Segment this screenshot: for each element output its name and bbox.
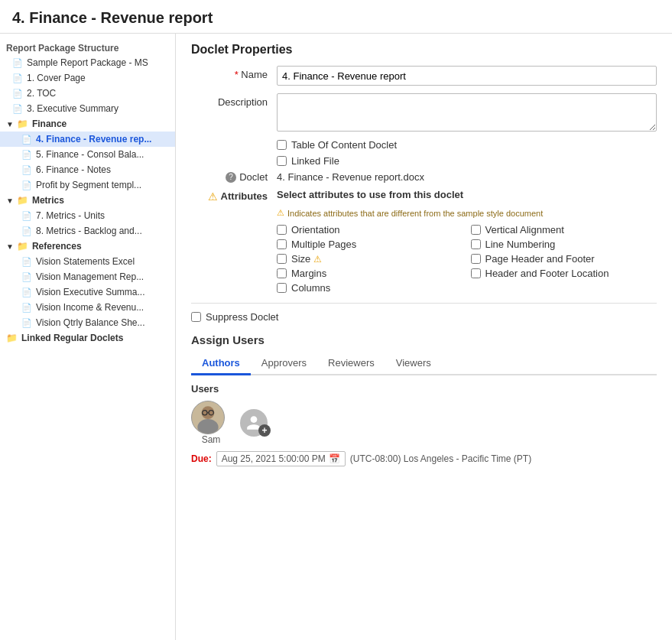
tab-approvers[interactable]: Approvers	[251, 352, 317, 374]
users-section: Users	[191, 383, 657, 466]
attributes-label-row: ⚠ Attributes Select attributes to use fr…	[191, 189, 657, 203]
due-date-row: Due: Aug 25, 2021 5:00:00 PM 📅 (UTC-08:0…	[191, 451, 657, 466]
doc-icon: 📄	[21, 226, 32, 236]
arrow-icon: ▼	[6, 242, 14, 251]
attr-orientation: Orientation	[277, 224, 463, 236]
description-label: Description	[191, 93, 268, 108]
sidebar-item-vision-stmt[interactable]: 📄 Vision Statements Excel	[0, 254, 175, 269]
avatar	[191, 401, 225, 434]
attr-margins-checkbox[interactable]	[277, 268, 287, 278]
doc-icon: 📄	[21, 288, 32, 297]
attr-line-numbering-checkbox[interactable]	[471, 239, 481, 249]
doc-icon: 📄	[21, 211, 32, 221]
attr-vertical-alignment-checkbox[interactable]	[471, 225, 481, 235]
tab-viewers[interactable]: Viewers	[385, 352, 442, 374]
sidebar-folder-linked[interactable]: 📁 Linked Regular Doclets	[0, 330, 175, 346]
doclet-field-label: ? Doclet	[191, 171, 268, 183]
svg-point-1	[197, 419, 218, 434]
sidebar: Report Package Structure 📄 Sample Report…	[0, 34, 176, 640]
doc-icon: 📄	[21, 257, 32, 267]
attr-page-header-footer-checkbox[interactable]	[471, 254, 481, 264]
arrow-icon: ▼	[6, 120, 14, 128]
doc-icon: 📄	[21, 303, 32, 313]
name-label: Name	[191, 66, 268, 80]
warn-icon: ⚠	[208, 190, 218, 203]
sidebar-section-title: Report Package Structure	[0, 40, 175, 55]
sidebar-item-vision-income[interactable]: 📄 Vision Income & Revenu...	[0, 300, 175, 315]
linked-file-row: Linked File	[191, 155, 657, 167]
sidebar-folder-metrics[interactable]: ▼ 📁 Metrics	[0, 193, 175, 208]
sidebar-item-finance-consol[interactable]: 📄 5. Finance - Consol Bala...	[0, 147, 175, 162]
folder-icon: 📁	[17, 241, 28, 252]
sidebar-item-cover[interactable]: 📄 1. Cover Page	[0, 70, 175, 86]
user-row: Sam +	[191, 401, 657, 445]
attr-multiple-pages-checkbox[interactable]	[277, 239, 287, 249]
add-badge-icon: +	[258, 424, 271, 437]
attributes-grid: Orientation Vertical Alignment Multiple …	[277, 224, 657, 294]
attr-size-checkbox[interactable]	[277, 254, 287, 264]
sidebar-folder-references[interactable]: ▼ 📁 References	[0, 239, 175, 254]
due-date-value: Aug 25, 2021 5:00:00 PM	[222, 453, 326, 464]
doc-icon: 📄	[12, 104, 23, 114]
divider	[191, 303, 657, 304]
doclet-value: 4. Finance - Revenue report.docx	[277, 171, 424, 183]
doc-icon: 📄	[21, 165, 32, 175]
attr-multiple-pages: Multiple Pages	[277, 239, 463, 250]
attr-vertical-alignment: Vertical Alignment	[471, 224, 657, 236]
attributes-section: ⚠ Attributes Select attributes to use fr…	[191, 189, 657, 294]
table-of-content-row: Table Of Content Doclet	[191, 139, 657, 151]
sidebar-item-vision-mgmt[interactable]: 📄 Vision Management Rep...	[0, 269, 175, 284]
attributes-warning-note: ⚠ Indicates attributes that are differen…	[277, 208, 657, 218]
timezone-value: (UTC-08:00) Los Angeles - Pacific Time (…	[350, 453, 531, 464]
sidebar-item-metrics-units[interactable]: 📄 7. Metrics - Units	[0, 208, 175, 223]
linked-file-label: Linked File	[291, 155, 339, 167]
description-input[interactable]	[277, 93, 657, 132]
folder-icon: 📁	[17, 119, 28, 129]
sidebar-item-finance-rev[interactable]: 📄 4. Finance - Revenue rep...	[0, 132, 175, 147]
table-of-content-checkbox[interactable]	[277, 140, 287, 150]
sidebar-item-sample[interactable]: 📄 Sample Report Package - MS	[0, 55, 175, 70]
attr-columns-checkbox[interactable]	[277, 283, 287, 293]
doc-icon: 📄	[21, 135, 32, 145]
user-name: Sam	[194, 434, 228, 445]
suppress-checkbox[interactable]	[191, 312, 201, 322]
warn-small-icon: ⚠	[277, 208, 284, 218]
due-date-input[interactable]: Aug 25, 2021 5:00:00 PM 📅	[216, 451, 346, 466]
sidebar-folder-finance[interactable]: ▼ 📁 Finance	[0, 116, 175, 132]
sidebar-item-metrics-backlog[interactable]: 📄 8. Metrics - Backlog and...	[0, 223, 175, 239]
avatar-icon	[192, 401, 224, 434]
attr-size: Size ⚠	[277, 253, 463, 265]
name-input[interactable]	[277, 66, 657, 86]
table-of-content-label: Table Of Content Doclet	[291, 139, 397, 151]
attr-orientation-checkbox[interactable]	[277, 225, 287, 235]
sidebar-item-exec[interactable]: 📄 3. Executive Summary	[0, 101, 175, 116]
help-icon: ?	[226, 172, 236, 183]
arrow-icon: ▼	[6, 197, 14, 205]
sidebar-item-profit[interactable]: 📄 Profit by Segment templ...	[0, 177, 175, 193]
users-label: Users	[191, 383, 657, 395]
folder-icon: 📁	[17, 195, 28, 206]
folder-icon: 📁	[6, 333, 18, 343]
linked-file-checkbox[interactable]	[277, 156, 287, 166]
attr-margins: Margins	[277, 268, 463, 279]
sidebar-item-finance-notes[interactable]: 📄 6. Finance - Notes	[0, 162, 175, 177]
doc-icon: 📄	[21, 150, 32, 160]
add-user-button[interactable]: +	[240, 409, 268, 437]
sidebar-item-toc[interactable]: 📄 2. TOC	[0, 86, 175, 101]
sidebar-item-vision-exec[interactable]: 📄 Vision Executive Summa...	[0, 284, 175, 300]
calendar-icon: 📅	[329, 453, 340, 464]
assign-users-title: Assign Users	[191, 333, 657, 346]
tab-authors[interactable]: Authors	[191, 352, 251, 375]
doc-icon: 📄	[12, 58, 23, 68]
tab-reviewers[interactable]: Reviewers	[317, 352, 385, 374]
doc-icon: 📄	[21, 272, 32, 282]
attr-columns: Columns	[277, 282, 463, 294]
name-row: Name	[191, 66, 657, 86]
sidebar-item-vision-qtrly[interactable]: 📄 Vision Qtrly Balance She...	[0, 315, 175, 330]
doc-icon: 📄	[21, 180, 32, 190]
assign-users-tabs: Authors Approvers Reviewers Viewers	[191, 352, 657, 375]
doc-icon: 📄	[21, 318, 32, 328]
due-label: Due:	[191, 453, 212, 464]
attr-header-footer-loc-checkbox[interactable]	[471, 268, 481, 278]
attributes-select-title: Select attributes to use from this docle…	[277, 189, 657, 200]
